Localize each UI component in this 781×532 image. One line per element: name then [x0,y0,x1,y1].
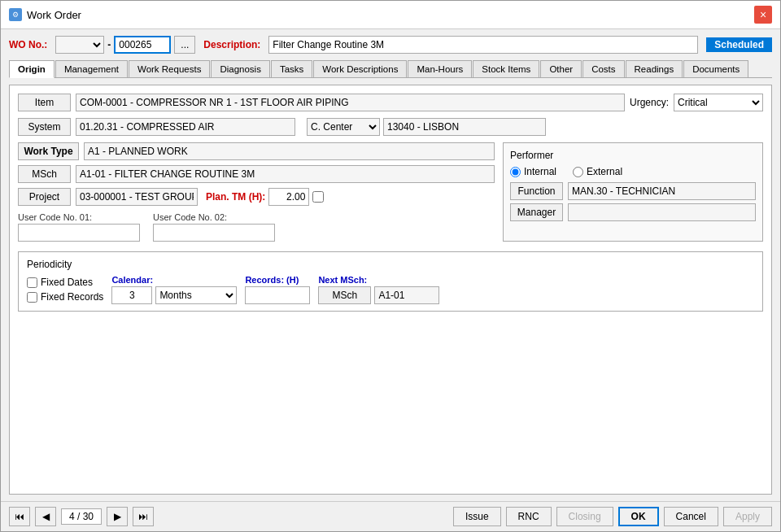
plan-tm-checkbox[interactable] [312,191,324,203]
internal-label: Internal [524,166,556,177]
wo-number-group: - ... [55,36,195,54]
user-code-2-group: User Code No. 02: [153,212,275,242]
internal-radio[interactable] [510,167,521,177]
periodicity-row: Fixed Dates Fixed Records Calendar: Day [27,275,754,304]
project-row: Project Plan. TM (H): [18,188,495,206]
nav-first-button[interactable]: ⏮ [9,507,30,526]
msch-button[interactable]: MSch [18,165,71,183]
msch-row: MSch [18,165,495,183]
user-code-2-input[interactable] [153,224,275,242]
calendar-input-group: Days Weeks Months Years [111,286,237,304]
nav-prev-button[interactable]: ◀ [35,507,56,526]
closing-button[interactable]: Closing [556,507,613,526]
item-button[interactable]: Item [18,94,71,111]
window-title: Work Order [27,9,81,21]
work-type-input[interactable] [84,142,495,160]
origin-tab-content: Item Urgency: Critical High Medium Low S… [9,85,772,495]
nav-last-button[interactable]: ⏭ [133,507,154,526]
description-input[interactable] [268,36,698,54]
next-msch-label: Next MSch: [318,275,439,285]
months-select[interactable]: Days Weeks Months Years [155,286,237,304]
system-input[interactable] [76,118,295,136]
rnc-button[interactable]: RNC [506,507,552,526]
calendar-input[interactable] [111,286,152,304]
performer-radio-row: Internal External [510,166,756,177]
apply-button[interactable]: Apply [723,507,772,526]
title-bar: ⚙ Work Order × [1,1,780,29]
internal-radio-group: Internal [510,166,556,177]
fixed-records-label[interactable]: Fixed Records [27,291,103,303]
function-input[interactable] [568,182,756,200]
two-col-layout: Work Type MSch Project Plan. TM (H): [18,142,763,242]
next-msch-input[interactable] [374,286,439,304]
tabs-bar: Origin Management Work Requests Diagnosi… [9,60,772,78]
next-msch-button[interactable]: MSch [318,286,371,304]
content-area: WO No.: - ... Description: Scheduled Ori… [1,29,780,501]
fixed-dates-label[interactable]: Fixed Dates [27,277,103,288]
project-input[interactable] [76,188,198,206]
issue-button[interactable]: Issue [453,507,501,526]
plan-tm-group: Plan. TM (H): [206,188,324,206]
status-badge: Scheduled [706,37,772,52]
system-button[interactable]: System [18,118,71,136]
records-group: Records: (H) [245,275,310,304]
title-bar-left: ⚙ Work Order [9,8,81,21]
plan-tm-input[interactable] [268,188,309,206]
tab-stock-items[interactable]: Stock Items [473,60,539,77]
external-label: External [587,166,622,177]
footer: ⏮ ◀ 4 / 30 ▶ ⏭ Issue RNC Closing OK Canc… [1,501,780,531]
tab-costs[interactable]: Costs [582,60,624,77]
desc-label: Description: [203,39,260,50]
fixed-dates-checkbox[interactable] [27,277,37,288]
tab-work-requests[interactable]: Work Requests [129,60,210,77]
cancel-button[interactable]: Cancel [664,507,718,526]
left-column: Work Type MSch Project Plan. TM (H): [18,142,495,242]
work-type-label: Work Type [18,142,79,160]
wo-browse-button[interactable]: ... [174,36,195,54]
tab-origin[interactable]: Origin [9,60,55,78]
wo-label: WO No.: [9,39,47,50]
periodicity-section: Periodicity Fixed Dates Fixed Records [18,251,763,312]
function-row: Function [510,182,756,200]
nav-next-button[interactable]: ▶ [107,507,128,526]
periodicity-title: Periodicity [27,259,754,270]
performer-title: Performer [510,150,756,161]
close-button[interactable]: × [754,6,772,24]
tab-man-hours[interactable]: Man-Hours [408,60,472,77]
urgency-select[interactable]: Critical High Medium Low [674,94,763,111]
tab-work-descriptions[interactable]: Work Descriptions [313,60,407,77]
item-input[interactable] [76,94,625,111]
ok-button[interactable]: OK [618,507,659,526]
records-input[interactable] [245,286,310,304]
item-row: Item Urgency: Critical High Medium Low [18,94,763,111]
tab-other[interactable]: Other [540,60,582,77]
tab-tasks[interactable]: Tasks [271,60,312,77]
tab-diagnosis[interactable]: Diagnosis [211,60,270,77]
user-code-1-label: User Code No. 01: [18,212,140,222]
user-code-2-label: User Code No. 02: [153,212,275,222]
records-label: Records: (H) [245,275,310,285]
tab-management[interactable]: Management [55,60,128,77]
work-order-window: ⚙ Work Order × WO No.: - ... Description… [0,0,781,532]
user-code-1-input[interactable] [18,224,140,242]
wo-prefix-dropdown[interactable] [55,36,104,54]
header-row: WO No.: - ... Description: Scheduled [9,36,772,54]
msch-input[interactable] [76,165,495,183]
fixed-checkboxes: Fixed Dates Fixed Records [27,277,103,303]
cc-input[interactable] [383,118,546,136]
project-button[interactable]: Project [18,188,71,206]
wo-number-input[interactable] [114,36,171,54]
external-radio-group: External [573,166,622,177]
tab-documents[interactable]: Documents [683,60,748,77]
user-code-1-group: User Code No. 01: [18,212,140,242]
fixed-records-checkbox[interactable] [27,292,37,303]
tab-readings[interactable]: Readings [626,60,683,77]
system-row: System C. Center [18,118,763,136]
function-button[interactable]: Function [510,182,563,200]
plan-tm-label: Plan. TM (H): [206,191,265,203]
cc-dropdown[interactable]: C. Center [307,118,380,136]
manager-button[interactable]: Manager [510,203,563,221]
external-radio[interactable] [573,167,583,177]
next-msch-input-group: MSch [318,286,439,304]
manager-input[interactable] [568,203,756,221]
